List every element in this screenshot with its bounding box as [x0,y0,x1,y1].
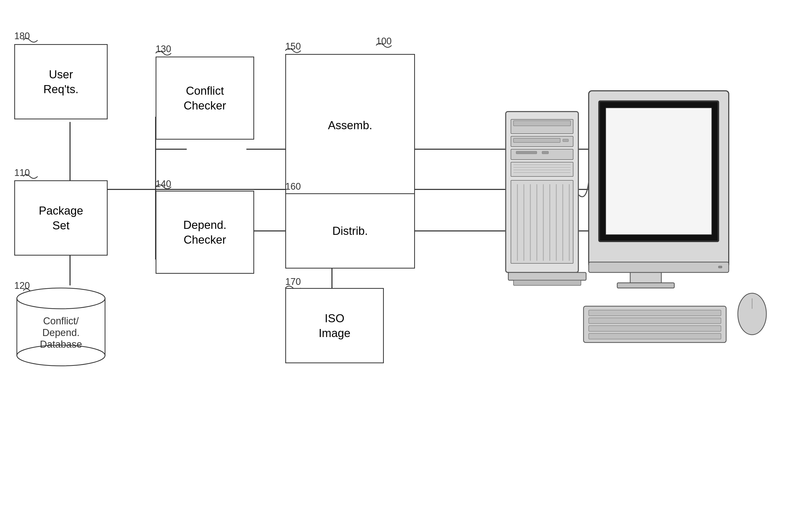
svg-rect-27 [542,151,549,154]
svg-rect-49 [606,108,712,235]
box-assemb: Assemb. [285,54,415,197]
svg-text:Database: Database [40,339,82,350]
svg-rect-25 [511,149,573,160]
svg-rect-21 [513,121,571,126]
label-170: 170 [285,276,301,287]
svg-rect-56 [589,333,721,339]
label-140: 140 [155,178,171,189]
svg-rect-53 [589,310,721,316]
svg-rect-50 [589,262,729,272]
box-depend-checker: Depend.Checker [155,191,254,274]
svg-rect-54 [589,318,721,324]
svg-rect-46 [617,283,674,288]
svg-rect-33 [511,180,573,263]
box-distrib: Distrib. [285,193,415,269]
label-180: 180 [14,31,30,42]
label-130: 130 [155,44,171,54]
svg-rect-23 [513,138,560,143]
box-user-reqs: UserReq'ts. [14,44,108,119]
box-conflict-checker: ConflictChecker [155,57,254,139]
svg-rect-24 [563,139,568,142]
svg-rect-26 [516,151,537,154]
cylinder-database: Conflict/ Depend. Database [14,285,108,369]
svg-text:Depend.: Depend. [42,327,80,338]
label-160: 160 [285,181,301,192]
box-iso-image: ISOImage [285,288,384,363]
label-150: 150 [285,41,301,52]
svg-rect-28 [511,162,573,176]
label-100: 100 [376,36,392,47]
svg-rect-44 [513,280,581,285]
svg-rect-51 [719,266,722,268]
diagram-container: 180 UserReq'ts. 110 PackageSet 120 Confl… [0,0,812,507]
svg-rect-43 [508,272,586,280]
label-110: 110 [14,167,30,178]
box-package-set: PackageSet [14,180,108,256]
svg-text:Conflict/: Conflict/ [43,316,79,326]
svg-point-60 [17,288,105,309]
svg-rect-55 [589,326,721,331]
